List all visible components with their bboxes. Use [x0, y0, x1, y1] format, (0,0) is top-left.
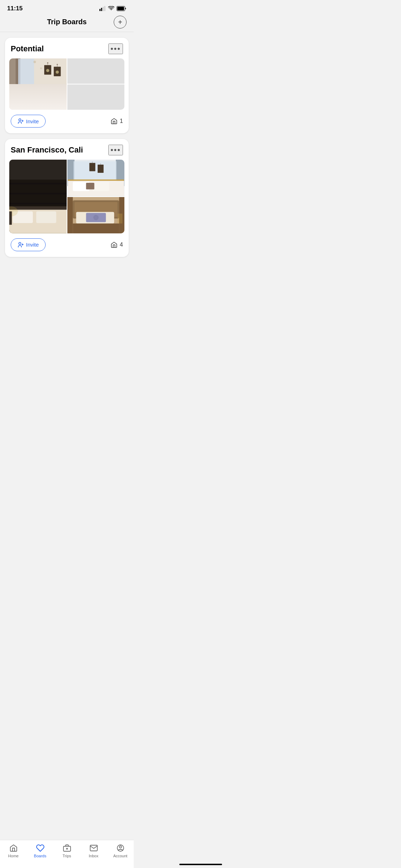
- svg-point-64: [94, 216, 97, 218]
- board-side-image-top-2: [67, 160, 125, 196]
- svg-line-19: [29, 91, 38, 99]
- svg-rect-54: [92, 182, 109, 191]
- svg-rect-13: [12, 84, 14, 103]
- signal-icon: [99, 6, 106, 11]
- status-time: 11:15: [7, 5, 22, 12]
- placeholder-top-1: [67, 58, 125, 84]
- battery-icon: [117, 6, 127, 11]
- svg-rect-18: [29, 91, 38, 99]
- svg-rect-17: [35, 90, 52, 101]
- svg-rect-1: [101, 8, 102, 11]
- page-title: Trip Boards: [47, 18, 87, 26]
- svg-rect-51: [68, 180, 124, 181]
- board-main-image-1: [9, 58, 67, 110]
- dark-bedroom-svg: [9, 160, 67, 233]
- svg-rect-5: [117, 7, 124, 10]
- svg-rect-42: [9, 212, 12, 225]
- board-side-image-top-1: [67, 58, 125, 84]
- svg-point-23: [47, 62, 48, 64]
- svg-point-11: [40, 67, 42, 69]
- board-side-image-bottom-2: [67, 197, 125, 233]
- svg-rect-47: [89, 163, 95, 171]
- home-icon-1: [110, 118, 118, 125]
- board-menu-button-2[interactable]: •••: [108, 145, 123, 155]
- warm-bedroom-image: [67, 197, 125, 233]
- placeholder-bottom-1: [67, 84, 125, 110]
- board-side-images-2: [67, 160, 125, 233]
- more-icon-1: •••: [110, 44, 121, 53]
- svg-point-27: [46, 69, 49, 72]
- svg-rect-9: [18, 59, 34, 91]
- board-title-1: Potential: [11, 44, 44, 53]
- listing-number-1: 1: [120, 118, 123, 124]
- board-card-potential: Potential •••: [5, 38, 129, 133]
- svg-rect-16: [16, 90, 33, 101]
- svg-rect-2: [103, 7, 104, 11]
- boards-list: Potential •••: [0, 32, 134, 304]
- svg-rect-0: [99, 9, 101, 11]
- listing-number-2: 4: [120, 242, 123, 248]
- svg-line-20: [29, 91, 38, 99]
- svg-point-26: [57, 64, 58, 65]
- svg-rect-35: [9, 193, 67, 195]
- invite-icon-2: [17, 242, 24, 248]
- invite-label-1: Invite: [26, 118, 39, 124]
- add-board-button[interactable]: +: [114, 16, 127, 29]
- light-bedroom-image: [67, 160, 125, 196]
- svg-rect-12: [12, 87, 67, 89]
- more-icon-2: •••: [110, 145, 121, 154]
- dark-bedroom-image: [9, 160, 67, 233]
- svg-rect-66: [73, 223, 119, 233]
- svg-rect-3: [104, 6, 106, 11]
- plus-icon: +: [118, 19, 122, 26]
- svg-rect-36: [9, 203, 67, 205]
- board-card-header-2: San Francisco, Cali •••: [5, 139, 129, 160]
- board-title-2: San Francisco, Cali: [11, 145, 83, 155]
- listing-count-2: 4: [110, 241, 123, 248]
- svg-point-67: [19, 242, 21, 244]
- svg-rect-15: [12, 89, 64, 110]
- bedroom-image-1: [9, 58, 67, 110]
- svg-rect-34: [9, 183, 67, 185]
- invite-icon-1: [17, 118, 24, 124]
- invite-label-2: Invite: [26, 242, 39, 248]
- svg-rect-49: [97, 165, 103, 173]
- board-card-footer-2: Invite 4: [5, 233, 129, 257]
- wifi-icon: [108, 6, 114, 11]
- light-bedroom-svg: [67, 160, 125, 196]
- invite-button-1[interactable]: Invite: [11, 115, 46, 128]
- board-image-grid-2: [9, 160, 124, 233]
- board-side-image-bottom-1: [67, 84, 125, 110]
- svg-point-10: [34, 61, 36, 63]
- bedroom-svg-1: [9, 58, 67, 110]
- svg-rect-59: [67, 197, 73, 233]
- board-image-grid-1: [9, 58, 124, 110]
- status-icons: [99, 6, 127, 11]
- board-card-footer-1: Invite 1: [5, 110, 129, 133]
- board-main-image-2: [9, 160, 67, 233]
- listing-count-1: 1: [110, 118, 123, 125]
- svg-point-28: [56, 71, 59, 74]
- home-icon-2: [110, 241, 118, 248]
- header: Trip Boards +: [0, 15, 134, 32]
- board-side-images-1: [67, 58, 125, 110]
- board-card-header-1: Potential •••: [5, 38, 129, 58]
- bottom-spacer: [5, 263, 129, 298]
- warm-bedroom-svg: [67, 197, 125, 233]
- invite-button-2[interactable]: Invite: [11, 238, 46, 251]
- board-menu-button-1[interactable]: •••: [108, 43, 123, 54]
- svg-point-29: [19, 119, 21, 121]
- status-bar: 11:15: [0, 0, 134, 15]
- svg-rect-65: [117, 213, 122, 223]
- board-card-sf: San Francisco, Cali •••: [5, 139, 129, 257]
- svg-rect-55: [86, 183, 94, 190]
- svg-rect-40: [36, 212, 56, 223]
- svg-rect-14: [62, 84, 63, 103]
